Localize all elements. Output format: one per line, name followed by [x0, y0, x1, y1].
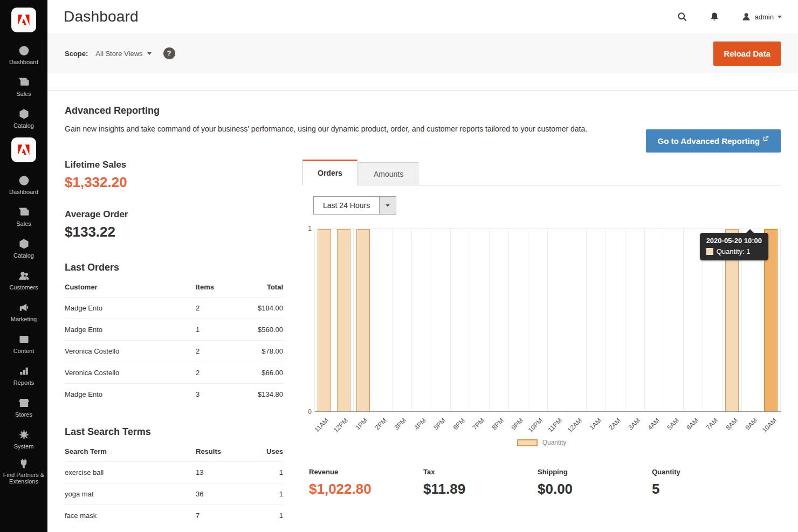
sidebar-item-label: System	[1, 443, 47, 450]
table-cell: exercise ball	[65, 462, 196, 483]
legend-label: Quantity	[542, 439, 567, 446]
table-row: Veronica Costello2$78.00	[65, 341, 283, 362]
sidebar-item-system[interactable]: System	[0, 423, 47, 455]
metric-value: $1,332.20	[65, 174, 283, 191]
x-tick-label: 7PM	[471, 417, 485, 431]
sidebar-item-dashboard[interactable]: Dashboard	[0, 169, 47, 201]
advanced-reporting-title: Advanced Reporting	[65, 105, 781, 116]
adobe-logo[interactable]	[11, 137, 36, 162]
table-row: yoga mat361	[65, 483, 283, 505]
sidebar-item-label: Customers	[1, 284, 47, 291]
column-header: Customer	[65, 280, 196, 298]
reports-icon	[18, 365, 30, 377]
y-tick-label: 0	[308, 408, 312, 416]
sidebar-item-sales[interactable]: Sales	[0, 201, 47, 232]
customers-icon	[18, 270, 30, 282]
column-header: Total	[235, 280, 283, 298]
orders-bar-chart: 1 0 2020-05-20 10:00 Quantity: 1	[302, 229, 781, 412]
top-header: Dashboard admin	[47, 0, 798, 33]
sidebar-item-label: Marketing	[1, 316, 47, 322]
notifications-button[interactable]	[709, 11, 720, 22]
stat-label: Shipping	[538, 468, 652, 476]
sidebar-item-label: Dashboard	[1, 189, 47, 195]
dashboard-icon	[18, 44, 30, 57]
sidebar-item-content[interactable]: Content	[0, 328, 47, 360]
advanced-reporting-section: Advanced Reporting Gain new insights and…	[47, 105, 798, 135]
metric-label: Lifetime Sales	[65, 160, 283, 170]
store-view-switcher[interactable]: All Store Views	[95, 50, 151, 58]
time-range-select[interactable]: Last 24 Hours	[313, 196, 396, 215]
admin-account-menu[interactable]: admin	[741, 12, 782, 22]
table-row: Veronica Costello2$66.00	[65, 362, 283, 384]
quantity-bar-1pm[interactable]	[356, 229, 370, 411]
catalog-icon	[18, 238, 30, 250]
metric-value: $133.22	[65, 224, 283, 240]
chart-category-cell	[490, 229, 509, 411]
table-row: Madge Ento3$134.80	[65, 384, 283, 405]
chevron-down-icon	[778, 16, 782, 18]
sidebar-item-label: Sales	[1, 220, 47, 227]
dashboard-icon	[18, 174, 30, 186]
sidebar-item-customers[interactable]: Customers	[0, 264, 47, 296]
table-cell: Veronica Costello	[65, 341, 196, 362]
sales-icon	[18, 206, 30, 218]
table-cell: $66.00	[235, 362, 283, 384]
x-tick-label: 7AM	[705, 417, 719, 431]
search-button[interactable]	[677, 11, 687, 22]
adobe-logo[interactable]	[11, 8, 36, 32]
sidebar-item-label: Find Partners & Extensions	[1, 472, 47, 485]
sidebar-item-stores[interactable]: Stores	[0, 391, 47, 423]
sidebar-item-reports[interactable]: Reports	[0, 360, 47, 391]
lifetime-sales-metric: Lifetime Sales $1,332.20	[65, 160, 283, 191]
table-cell: 7	[196, 505, 235, 527]
sidebar-item-catalog[interactable]: Catalog	[0, 102, 47, 134]
table-cell: 2	[196, 298, 235, 319]
marketing-icon	[18, 301, 30, 314]
legend-swatch	[517, 439, 538, 446]
stat-value: $1,022.80	[309, 481, 423, 498]
sidebar-item-label: Content	[1, 348, 47, 354]
sidebar-item-label: Reports	[1, 379, 47, 386]
table-row: exercise ball131	[65, 462, 283, 483]
reload-data-button[interactable]: Reload Data	[713, 42, 781, 66]
dropdown-caret-button[interactable]	[379, 197, 396, 214]
sidebar-item-sales[interactable]: Sales	[0, 71, 47, 102]
section-divider	[47, 90, 798, 91]
x-tick-label: 6PM	[451, 417, 466, 431]
x-tick-label: 4AM	[646, 417, 661, 431]
sidebar-item-marketing[interactable]: Marketing	[0, 296, 47, 328]
go-to-advanced-reporting-button[interactable]: Go to Advanced Reporting	[646, 129, 781, 153]
column-header: Search Term	[65, 444, 196, 462]
x-tick-label: 10AM	[761, 417, 778, 434]
time-range-value: Last 24 Hours	[314, 197, 379, 214]
chart-category-cell	[509, 229, 528, 411]
x-tick-label: 9PM	[510, 417, 525, 431]
chart-category-cell	[664, 229, 684, 411]
tab-amounts[interactable]: Amounts	[359, 162, 418, 185]
quantity-bar-11am[interactable]	[318, 229, 331, 411]
stat-label: Revenue	[309, 468, 423, 476]
sidebar-item-label: Sales	[1, 91, 47, 97]
table-cell: $184.00	[235, 298, 283, 319]
x-tick-label: 12PM	[332, 417, 349, 434]
chart-tooltip: 2020-05-20 10:00 Quantity: 1	[700, 233, 768, 260]
sidebar-item-label: Catalog	[1, 252, 47, 259]
sidebar-item-partners[interactable]: Find Partners & Extensions	[0, 455, 47, 487]
table-cell: $134.80	[235, 384, 283, 405]
tab-orders[interactable]: Orders	[302, 160, 357, 185]
chart-legend[interactable]: Quantity	[302, 439, 781, 446]
sidebar-item-catalog[interactable]: Catalog	[0, 232, 47, 264]
sidebar-item-label: Dashboard	[1, 59, 47, 65]
table-cell: 1	[196, 319, 235, 341]
x-tick-label: 9AM	[744, 417, 758, 431]
help-icon[interactable]: ?	[163, 47, 175, 59]
quantity-bar-12pm[interactable]	[337, 229, 350, 411]
chart-category-cell	[334, 229, 354, 411]
chart-category-cell	[528, 229, 548, 411]
metric-label: Average Order	[65, 209, 283, 220]
table-cell: $560.00	[235, 319, 283, 341]
table-row: Madge Ento1$560.00	[65, 319, 283, 341]
sidebar-item-dashboard[interactable]: Dashboard	[0, 39, 47, 71]
content-icon	[18, 333, 30, 346]
quantity-stat: Quantity 5	[652, 468, 766, 498]
